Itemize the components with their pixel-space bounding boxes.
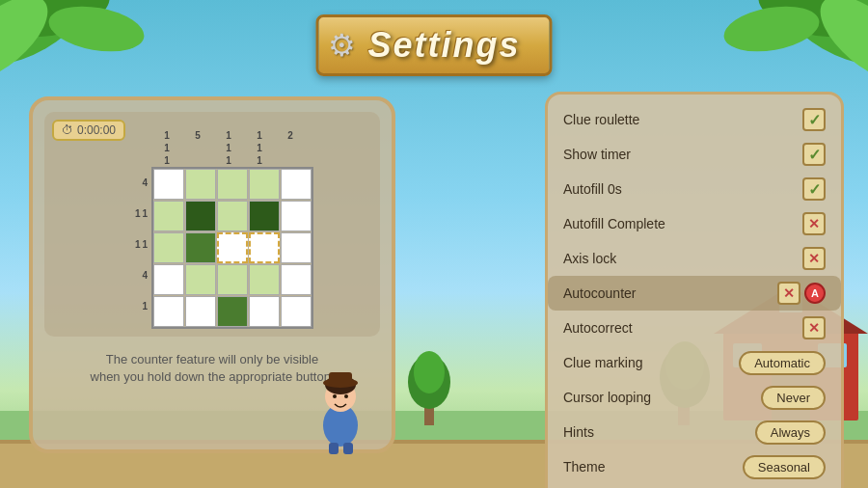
timer-value: 0:00:00 — [77, 123, 116, 137]
show-timer-checkbox[interactable]: ✓ — [802, 143, 826, 166]
cell-3-5 — [281, 232, 312, 263]
title-area: ⚙ Settings — [315, 14, 552, 76]
row-clue-5: 1 — [111, 290, 151, 321]
cell-3-2 — [185, 232, 216, 263]
cell-5-3 — [217, 296, 248, 327]
autocounter-checkbox[interactable]: ✕ — [777, 282, 800, 305]
settings-panel: Clue roulette ✓ Show timer ✓ Autofill 0s… — [545, 92, 844, 488]
svg-point-9 — [414, 351, 445, 393]
cell-1-4 — [249, 169, 280, 200]
theme-value[interactable]: Seasonal — [743, 455, 826, 479]
cell-1-2 — [185, 169, 216, 200]
cell-3-4 — [249, 232, 280, 263]
cell-5-1 — [153, 296, 184, 327]
a-button[interactable]: A — [804, 283, 826, 304]
cell-5-5 — [281, 296, 312, 327]
setting-hide-check[interactable]: Hide check for mistakes ✕ — [548, 484, 841, 488]
setting-axis-lock[interactable]: Axis lock ✕ — [548, 241, 841, 276]
autocorrect-label: Autocorrect — [563, 320, 633, 336]
svg-rect-27 — [329, 372, 352, 385]
row-area: 4 11 11 4 1 — [111, 167, 313, 329]
autocounter-label: Autocounter — [563, 285, 637, 301]
hints-label: Hints — [563, 424, 594, 440]
axis-lock-checkbox[interactable]: ✕ — [802, 247, 826, 270]
character — [310, 367, 372, 454]
cell-2-5 — [281, 201, 312, 231]
axis-lock-label: Axis lock — [563, 251, 616, 266]
autocorrect-checkbox[interactable]: ✕ — [802, 316, 826, 339]
hints-value[interactable]: Always — [755, 420, 826, 445]
cell-1-3 — [217, 169, 248, 200]
setting-theme[interactable]: Theme Seasonal — [548, 449, 841, 484]
page-title: Settings — [367, 25, 520, 66]
cursor-looping-value[interactable]: Never — [761, 386, 826, 410]
setting-clue-roulette[interactable]: Clue roulette ✓ — [548, 102, 841, 137]
grid-cells — [151, 167, 313, 329]
col-clues: 111 5 111 111 2 — [151, 129, 313, 167]
cell-2-1 — [153, 201, 184, 231]
cell-2-3 — [217, 201, 248, 231]
svg-point-25 — [344, 394, 348, 398]
gear-icon: ⚙ — [328, 27, 356, 64]
cell-4-1 — [153, 264, 184, 295]
show-timer-label: Show timer — [563, 147, 631, 162]
cell-4-4 — [249, 264, 280, 295]
autofill-complete-label: Autofill Complete — [563, 216, 665, 231]
cell-3-3 — [217, 232, 248, 263]
autofill-0s-checkbox[interactable]: ✓ — [802, 177, 826, 201]
cell-2-4 — [249, 201, 280, 231]
cell-4-5 — [281, 264, 312, 295]
clue-roulette-label: Clue roulette — [563, 112, 639, 127]
cell-1-1 — [153, 169, 184, 200]
setting-show-timer[interactable]: Show timer ✓ — [548, 137, 841, 172]
tree-left — [405, 339, 453, 425]
cell-4-2 — [185, 264, 216, 295]
row-clue-4: 4 — [111, 259, 151, 290]
clue-roulette-checkbox[interactable]: ✓ — [802, 108, 826, 131]
setting-autocounter[interactable]: Autocounter ✕ A — [548, 276, 841, 311]
col-clue-1: 111 — [151, 129, 182, 167]
autofill-0s-label: Autofill 0s — [563, 181, 622, 197]
col-clue-5: 2 — [275, 129, 306, 167]
nonogram-wrapper: 111 5 111 111 2 — [52, 120, 372, 329]
row-clue-1: 4 — [111, 167, 151, 198]
cursor-looping-label: Cursor looping — [563, 390, 651, 405]
grid-container: ⏱ 0:00:00 111 5 111 111 — [44, 112, 380, 337]
cell-5-4 — [249, 296, 280, 327]
cell-3-1 — [153, 232, 184, 263]
theme-label: Theme — [563, 459, 606, 474]
setting-cursor-looping[interactable]: Cursor looping Never — [548, 380, 841, 415]
row-clues: 4 11 11 4 1 — [111, 167, 151, 329]
row-clue-2: 11 — [111, 198, 151, 229]
nonogram-area: 111 5 111 111 2 — [111, 129, 313, 329]
setting-autocorrect[interactable]: Autocorrect ✕ — [548, 311, 841, 345]
setting-clue-marking[interactable]: Clue marking Automatic — [548, 345, 841, 380]
svg-point-24 — [333, 394, 337, 398]
autofill-complete-checkbox[interactable]: ✕ — [802, 212, 826, 235]
title-banner: ⚙ Settings — [315, 14, 552, 76]
svg-rect-28 — [329, 443, 339, 454]
cell-4-3 — [217, 264, 248, 295]
col-clue-4: 111 — [244, 129, 275, 167]
col-clue-3: 111 — [213, 129, 244, 167]
setting-autofill-complete[interactable]: Autofill Complete ✕ — [548, 206, 841, 241]
setting-hints[interactable]: Hints Always — [548, 415, 841, 449]
col-clue-2: 5 — [182, 129, 213, 167]
clue-marking-label: Clue marking — [563, 355, 642, 370]
cell-1-5 — [281, 169, 312, 200]
preview-panel: ⏱ 0:00:00 111 5 111 111 — [29, 96, 395, 453]
cell-2-2 — [185, 201, 216, 231]
cell-5-2 — [185, 296, 216, 327]
svg-rect-29 — [343, 443, 353, 454]
timer-badge: ⏱ 0:00:00 — [52, 120, 125, 141]
autocounter-controls: ✕ A — [777, 282, 826, 305]
clue-marking-value[interactable]: Automatic — [739, 351, 826, 375]
setting-autofill-0s[interactable]: Autofill 0s ✓ — [548, 172, 841, 206]
row-clue-3: 11 — [111, 229, 151, 259]
clock-icon: ⏱ — [62, 123, 73, 137]
